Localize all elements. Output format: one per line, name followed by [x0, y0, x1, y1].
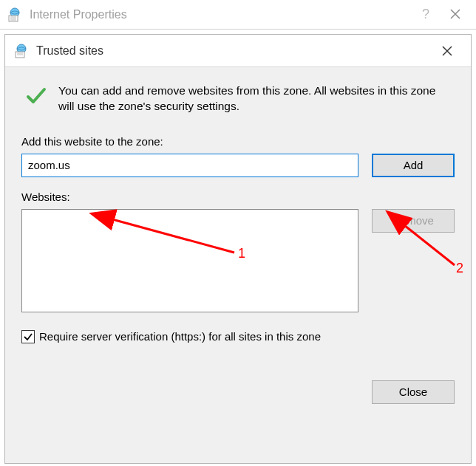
add-button[interactable]: Add	[372, 154, 455, 177]
close-button[interactable]: Close	[372, 380, 455, 404]
remove-button: Remove	[372, 209, 455, 233]
info-row: You can add and remove websites from thi…	[21, 83, 455, 114]
add-website-input[interactable]	[21, 154, 358, 177]
trusted-sites-dialog: Trusted sites You can add and remove web…	[4, 34, 472, 464]
dialog-title: Trusted sites	[36, 44, 431, 58]
info-text: You can add and remove websites from thi…	[51, 83, 455, 114]
require-https-checkbox[interactable]	[21, 330, 35, 343]
dialog-close-button[interactable]	[431, 35, 463, 67]
websites-label: Websites:	[21, 191, 455, 203]
add-website-label: Add this website to the zone:	[21, 135, 455, 148]
parent-window-title: Internet Properties	[30, 8, 411, 21]
websites-listbox[interactable]	[21, 209, 358, 312]
require-https-label: Require server verification (https:) for…	[39, 330, 321, 343]
checkmark-icon	[21, 83, 51, 107]
internet-options-icon	[6, 6, 24, 24]
dialog-titlebar: Trusted sites	[5, 35, 471, 67]
help-button[interactable]: ?	[411, 7, 441, 22]
trusted-sites-icon	[13, 42, 30, 60]
parent-window-titlebar: Internet Properties ?	[0, 0, 476, 30]
parent-close-button[interactable]	[441, 6, 470, 23]
